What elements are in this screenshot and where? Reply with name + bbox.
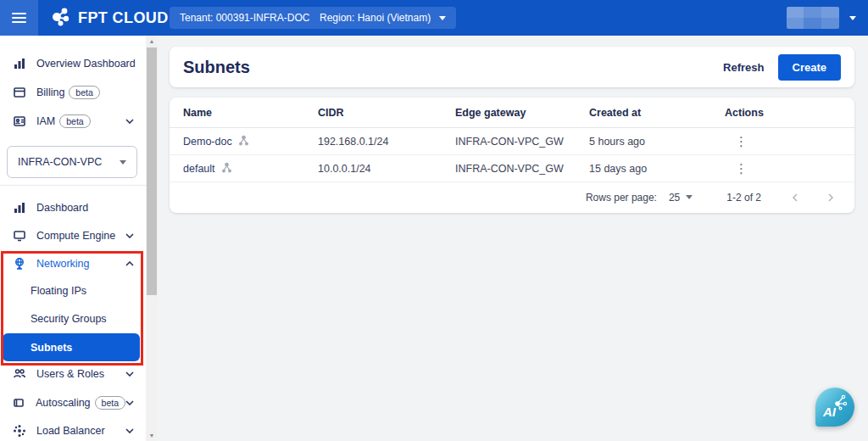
main-content: Subnets Refresh Create Name CIDR Edge ga… <box>158 36 868 441</box>
scroll-up-arrow-icon[interactable]: ▲ <box>146 36 158 47</box>
rows-per-page-label: Rows per page: <box>586 192 657 204</box>
next-page-icon[interactable] <box>826 193 836 203</box>
sidebar-label: Load Balancer <box>36 425 105 437</box>
table-row[interactable]: default 10.0.0.1/24 INFRA-CON-VPC_GW 15 … <box>170 155 854 182</box>
sidebar-label: IAM <box>36 115 55 127</box>
chevron-down-icon <box>125 233 134 238</box>
pagination-bar: Rows per page: 25 1-2 of 2 <box>170 182 854 212</box>
sidebar-label: Compute Engine <box>36 230 115 242</box>
sidebar-item-overview-dashboard[interactable]: Overview Dashboard <box>0 51 146 76</box>
subnets-table-card: Name CIDR Edge gateway Created at Action… <box>170 98 854 213</box>
rows-per-page-value: 25 <box>669 192 680 204</box>
load-balancer-hub-icon <box>12 423 27 438</box>
rows-per-page-select[interactable]: 25 <box>669 192 693 204</box>
subnet-cidr: 10.0.0.1/24 <box>318 163 455 175</box>
region-dropdown[interactable]: Region: Hanoi (Vietnam) <box>309 7 456 29</box>
subnet-cidr: 192.168.0.1/24 <box>318 136 455 148</box>
chevron-up-icon <box>125 261 134 266</box>
topology-icon <box>238 135 249 148</box>
networking-globe-icon <box>12 256 27 271</box>
sidebar-label: Security Groups <box>31 313 107 325</box>
top-header: FPT CLOUD Tenant: 000391-INFRA-DOC Regio… <box>0 0 868 36</box>
chevron-down-icon <box>125 428 134 433</box>
sidebar-label: Floating IPs <box>31 285 86 297</box>
page-header-card: Subnets Refresh Create <box>170 47 854 87</box>
caret-down-icon <box>120 160 126 165</box>
sidebar-item-compute-engine[interactable]: Compute Engine <box>0 223 146 248</box>
subnet-edge-gateway: INFRA-CON-VPC_GW <box>455 163 589 175</box>
user-name-redacted <box>787 7 839 29</box>
column-header-actions: Actions <box>725 107 854 119</box>
table-header-row: Name CIDR Edge gateway Created at Action… <box>170 98 854 128</box>
sidebar-item-billing[interactable]: Billing beta <box>0 80 146 105</box>
iam-badge-icon <box>12 114 27 129</box>
subnet-created-at: 5 hours ago <box>589 136 725 148</box>
sidebar-item-load-balancer[interactable]: Load Balancer <box>0 418 146 441</box>
monitor-icon <box>12 228 27 243</box>
caret-down-icon <box>686 195 693 199</box>
chevron-down-icon <box>125 119 134 124</box>
caret-down-icon <box>439 16 446 20</box>
molecule-icon <box>831 393 849 415</box>
column-header-cidr: CIDR <box>318 107 455 119</box>
ai-assistant-button[interactable]: AI <box>815 388 854 427</box>
beta-badge: beta <box>69 86 99 99</box>
sidebar-label: Subnets <box>31 342 72 354</box>
chevron-down-icon <box>125 371 134 377</box>
region-label: Region: Hanoi (Vietnam) <box>320 12 431 24</box>
sidebar-item-networking[interactable]: Networking <box>0 251 146 276</box>
bar-chart-icon <box>12 56 27 71</box>
scroll-down-arrow-icon[interactable]: ▼ <box>146 430 158 441</box>
pagination-range: 1-2 of 2 <box>726 192 761 204</box>
subnet-created-at: 15 days ago <box>589 163 725 175</box>
fpt-cloud-logo[interactable]: FPT CLOUD <box>50 6 169 30</box>
sidebar-item-iam[interactable]: IAM beta <box>0 109 146 134</box>
vpc-select-value: INFRA-CON-VPC <box>18 156 102 168</box>
sidebar-scrollbar[interactable]: ▲ ▼ <box>146 36 158 441</box>
sidebar-item-security-groups[interactable]: Security Groups <box>0 306 146 332</box>
page-title: Subnets <box>183 58 250 77</box>
chevron-down-icon <box>125 400 134 405</box>
caret-down-icon <box>849 16 856 20</box>
bar-chart-icon <box>12 200 27 215</box>
sidebar-label: Users & Roles <box>36 368 104 380</box>
billing-icon <box>12 85 27 100</box>
row-actions-kebab-icon[interactable]: ⋮ <box>730 161 753 176</box>
sidebar-label: Autoscaling <box>36 397 91 409</box>
tenant-label: Tenant: 000391-INFRA-DOC <box>180 12 309 24</box>
sidebar-item-autoscaling[interactable]: Autoscaling beta <box>0 390 146 416</box>
topology-icon <box>221 162 232 176</box>
subnet-name-link[interactable]: Demo-doc <box>183 136 232 148</box>
column-header-name: Name <box>183 107 318 119</box>
previous-page-icon[interactable] <box>790 193 800 203</box>
create-button[interactable]: Create <box>778 54 841 81</box>
sidebar-item-floating-ips[interactable]: Floating IPs <box>0 278 146 304</box>
sidebar-item-dashboard[interactable]: Dashboard <box>0 195 146 220</box>
sidebar-item-subnets-selected[interactable]: Subnets <box>3 333 140 361</box>
sidebar-label: Dashboard <box>36 202 88 214</box>
users-icon <box>12 366 27 382</box>
scrollbar-thumb[interactable] <box>147 47 157 295</box>
autoscaling-icon <box>12 395 26 410</box>
column-header-created-at: Created at <box>589 107 725 119</box>
divider <box>0 185 146 186</box>
row-actions-kebab-icon[interactable]: ⋮ <box>730 134 753 149</box>
logo-text: FPT CLOUD <box>78 9 169 27</box>
column-header-edge-gateway: Edge gateway <box>455 107 589 119</box>
user-menu[interactable] <box>787 7 856 29</box>
beta-badge: beta <box>59 114 90 128</box>
table-row[interactable]: Demo-doc 192.168.0.1/24 INFRA-CON-VPC_GW… <box>170 128 854 155</box>
molecule-logo-icon <box>50 6 72 30</box>
sidebar-item-users-roles[interactable]: Users & Roles <box>0 361 146 387</box>
vpc-select[interactable]: INFRA-CON-VPC <box>7 146 137 178</box>
subnet-name-link[interactable]: default <box>183 163 215 175</box>
beta-badge: beta <box>95 396 125 410</box>
sidebar: Overview Dashboard Billing beta IAM beta… <box>0 36 146 441</box>
subnet-edge-gateway: INFRA-CON-VPC_GW <box>455 136 589 148</box>
sidebar-label: Networking <box>36 258 90 270</box>
sidebar-label: Billing <box>36 87 64 98</box>
hamburger-menu-icon[interactable] <box>0 0 38 36</box>
refresh-button[interactable]: Refresh <box>723 61 764 74</box>
sidebar-label: Overview Dashboard <box>36 58 136 70</box>
